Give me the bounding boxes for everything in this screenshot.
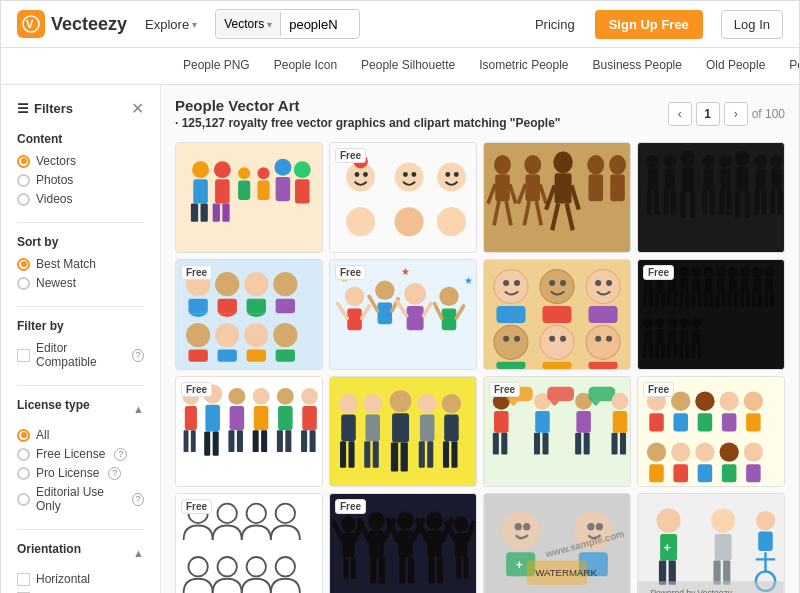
svg-rect-297 bbox=[649, 464, 664, 482]
vectors-radio[interactable]: Vectors bbox=[17, 154, 144, 168]
svg-rect-289 bbox=[673, 413, 688, 431]
svg-point-360 bbox=[657, 509, 681, 533]
svg-rect-53 bbox=[588, 174, 603, 201]
editor-compatible-checkbox[interactable]: Editor Compatible ? bbox=[17, 341, 144, 369]
image-card-5[interactable]: Free bbox=[175, 259, 323, 370]
free-badge-6: Free bbox=[335, 265, 366, 280]
image-16-svg: + bbox=[638, 494, 784, 593]
image-card-4[interactable] bbox=[637, 142, 785, 253]
free-badge-13: Free bbox=[181, 499, 212, 514]
current-page[interactable]: 1 bbox=[696, 102, 720, 126]
page-total: of 100 bbox=[752, 107, 785, 121]
pagination: ‹ 1 › of 100 bbox=[668, 102, 785, 126]
tag-people-wa[interactable]: People Wa... bbox=[777, 48, 799, 84]
image-card-3[interactable] bbox=[483, 142, 631, 253]
next-page-button[interactable]: › bbox=[724, 102, 748, 126]
svg-rect-243 bbox=[341, 415, 356, 442]
svg-point-52 bbox=[587, 155, 604, 174]
free-badge-11: Free bbox=[489, 382, 520, 397]
best-match-radio[interactable]: Best Match bbox=[17, 257, 144, 271]
svg-point-85 bbox=[770, 155, 782, 168]
logo[interactable]: V Vecteezy bbox=[17, 10, 127, 38]
svg-rect-301 bbox=[698, 464, 713, 482]
vectors-label: Vectors bbox=[36, 154, 76, 168]
nav-explore[interactable]: Explore ▾ bbox=[139, 13, 203, 36]
license-pro-radio[interactable]: Pro License ? bbox=[17, 466, 144, 480]
image-card-9[interactable]: Free bbox=[175, 376, 323, 487]
svg-point-188 bbox=[752, 267, 762, 278]
svg-rect-169 bbox=[693, 278, 700, 293]
license-editorial-info-icon[interactable]: ? bbox=[132, 493, 144, 506]
signup-button[interactable]: Sign Up Free bbox=[595, 10, 703, 39]
content-subtitle: · 125,127 royalty free vector graphics a… bbox=[175, 116, 561, 130]
image-card-1[interactable] bbox=[175, 142, 323, 253]
image-card-10[interactable] bbox=[329, 376, 477, 487]
tag-people-icon[interactable]: People Icon bbox=[262, 48, 349, 84]
license-free-radio[interactable]: Free License ? bbox=[17, 447, 144, 461]
photos-radio[interactable]: Photos bbox=[17, 173, 144, 187]
license-collapse-header[interactable]: License type ▲ bbox=[17, 398, 144, 420]
svg-rect-80 bbox=[745, 191, 750, 218]
svg-rect-205 bbox=[669, 329, 676, 344]
svg-point-353 bbox=[587, 523, 594, 530]
image-card-8[interactable]: Free bbox=[637, 259, 785, 370]
svg-rect-179 bbox=[722, 293, 726, 308]
tag-old-people[interactable]: Old People bbox=[694, 48, 777, 84]
explore-label: Explore bbox=[145, 17, 189, 32]
sidebar-title: ☰ Filters bbox=[17, 101, 73, 116]
divider-4 bbox=[17, 529, 144, 530]
svg-point-132 bbox=[549, 280, 555, 286]
login-button[interactable]: Log In bbox=[721, 10, 783, 39]
newest-radio[interactable]: Newest bbox=[17, 276, 144, 290]
tag-people-silhouette[interactable]: People Silhouette bbox=[349, 48, 467, 84]
svg-rect-195 bbox=[770, 293, 774, 308]
editor-compatible-info-icon[interactable]: ? bbox=[132, 349, 144, 362]
search-input[interactable] bbox=[281, 12, 360, 37]
image-card-14[interactable]: Free bbox=[329, 493, 477, 593]
image-card-7[interactable] bbox=[483, 259, 631, 370]
svg-rect-260 bbox=[443, 441, 449, 468]
license-pro-info-icon[interactable]: ? bbox=[108, 467, 121, 480]
svg-rect-299 bbox=[673, 464, 688, 482]
tag-business-people[interactable]: Business People bbox=[581, 48, 694, 84]
svg-point-135 bbox=[586, 270, 620, 304]
filter-by-section: Filter by Editor Compatible ? bbox=[17, 319, 144, 369]
svg-point-180 bbox=[728, 267, 738, 278]
svg-point-192 bbox=[764, 267, 774, 278]
search-type-selector[interactable]: Vectors ▾ bbox=[216, 12, 281, 36]
free-badge-8: Free bbox=[643, 265, 674, 280]
close-filters-icon[interactable]: ✕ bbox=[131, 99, 144, 118]
license-all-radio[interactable]: All bbox=[17, 428, 144, 442]
horizontal-checkbox[interactable]: Horizontal bbox=[17, 572, 144, 586]
tag-isometric-people[interactable]: Isometric People bbox=[467, 48, 580, 84]
license-free-info-icon[interactable]: ? bbox=[114, 448, 127, 461]
svg-rect-283 bbox=[612, 433, 618, 455]
svg-rect-9 bbox=[213, 204, 220, 222]
header: V Vecteezy Explore ▾ Vectors ▾ 🔍 Pricing… bbox=[1, 1, 799, 48]
svg-rect-87 bbox=[770, 190, 775, 214]
svg-rect-146 bbox=[542, 362, 571, 369]
svg-rect-231 bbox=[253, 430, 259, 452]
svg-point-143 bbox=[540, 325, 574, 359]
svg-point-316 bbox=[341, 516, 356, 532]
svg-rect-187 bbox=[746, 293, 750, 308]
videos-radio[interactable]: Videos bbox=[17, 192, 144, 206]
svg-rect-252 bbox=[391, 442, 398, 471]
pricing-link[interactable]: Pricing bbox=[527, 13, 583, 36]
tag-people-png[interactable]: People PNG bbox=[171, 48, 262, 84]
license-editorial-radio[interactable]: Editorial Use Only ? bbox=[17, 485, 144, 513]
image-card-12[interactable]: Free bbox=[637, 376, 785, 487]
image-card-11[interactable]: Free bbox=[483, 376, 631, 487]
svg-point-140 bbox=[503, 336, 509, 342]
svg-point-322 bbox=[368, 512, 385, 530]
prev-page-button[interactable]: ‹ bbox=[668, 102, 692, 126]
svg-rect-173 bbox=[705, 278, 712, 293]
image-card-15[interactable]: + www.sample.com WATERMARK bbox=[483, 493, 631, 593]
image-card-13[interactable]: Free bbox=[175, 493, 323, 593]
svg-rect-47 bbox=[555, 173, 572, 203]
image-card-2[interactable]: Free bbox=[329, 142, 477, 253]
image-card-6[interactable]: Free bbox=[329, 259, 477, 370]
svg-point-100 bbox=[215, 323, 239, 347]
orientation-collapse-header[interactable]: Orientation ▲ bbox=[17, 542, 144, 564]
image-card-16[interactable]: + bbox=[637, 493, 785, 593]
